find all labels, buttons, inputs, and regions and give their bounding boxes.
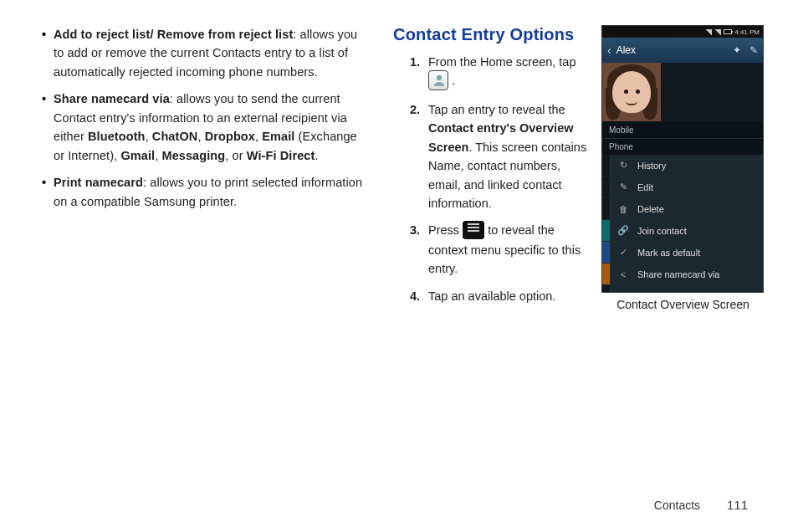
menu-item-edit[interactable]: ✎Edit: [602, 176, 763, 198]
signal-icon: [714, 29, 721, 35]
contacts-app-icon: [428, 70, 448, 90]
step-number: 1.: [410, 53, 420, 71]
bullet-title: Share namecard via: [54, 92, 170, 105]
status-time: 4:41 PM: [734, 28, 760, 36]
footer-page-number: 111: [727, 498, 748, 512]
menu-item-reject[interactable]: ⊘Add to reject list: [602, 285, 763, 293]
tab-bar: Mobile: [602, 121, 763, 138]
reject-icon: ⊘: [617, 290, 629, 293]
bullet-reject-list: Add to reject list/ Remove from reject l…: [42, 25, 368, 81]
bullet-title: Add to reject list/ Remove from reject l…: [54, 28, 293, 41]
right-text-column: Contact Entry Options 1. From the Home s…: [393, 25, 589, 314]
context-menu: ↻History ✎Edit 🗑Delete 🔗Join contact ✓Ma…: [602, 155, 763, 293]
menu-item-join[interactable]: 🔗Join contact: [602, 220, 763, 242]
step-number: 2.: [410, 100, 420, 119]
menu-item-share[interactable]: <Share namecard via: [602, 263, 763, 285]
left-column: Add to reject list/ Remove from reject l…: [33, 25, 368, 314]
check-icon: ✓: [617, 247, 629, 258]
bullet-title: Print namecard: [54, 176, 143, 189]
share-icon: <: [617, 269, 629, 279]
tab-mobile[interactable]: Mobile: [602, 125, 640, 135]
menu-hardkey-icon: [463, 221, 484, 239]
signal-icon: [705, 29, 712, 35]
step-number: 3.: [410, 221, 420, 239]
bullet-print-namecard: Print namecard: allows you to print sele…: [42, 173, 368, 211]
tab-phone[interactable]: Phone: [602, 142, 640, 151]
tab-bar-2: Phone: [602, 138, 763, 155]
step-number: 4.: [410, 287, 420, 305]
edit-pencil-icon[interactable]: ✎: [749, 44, 758, 56]
opt-gmail: Gmail: [120, 149, 155, 162]
opt-email: Email: [262, 130, 294, 143]
status-bar: 4:41 PM: [602, 26, 763, 38]
contact-avatar: [602, 63, 661, 121]
step-4: 4. Tap an available option.: [410, 287, 589, 305]
step-2: 2. Tap an entry to reveal the Contact en…: [410, 100, 589, 213]
opt-dropbox: Dropbox: [205, 130, 255, 143]
step-3: 3. Press to reveal the context menu spec…: [410, 221, 589, 278]
menu-item-default[interactable]: ✓Mark as default: [602, 242, 763, 263]
bullet-share-namecard: Share namecard via: allows you to send t…: [42, 90, 368, 165]
edit-icon: ✎: [617, 182, 629, 192]
title-bar: ‹ Alex ✦ ✎: [602, 38, 763, 63]
back-chevron-icon[interactable]: ‹: [607, 43, 611, 57]
menu-item-history[interactable]: ↻History: [602, 155, 763, 176]
star-icon[interactable]: ✦: [733, 44, 741, 56]
opt-messaging: Messaging: [161, 149, 225, 162]
history-icon: ↻: [617, 160, 629, 171]
footer-section: Contacts: [654, 499, 700, 512]
screenshot-caption: Contact Overview Screen: [601, 298, 765, 311]
section-title: Contact Entry Options: [393, 25, 589, 44]
menu-item-delete[interactable]: 🗑Delete: [602, 198, 763, 220]
opt-bluetooth: Bluetooth: [88, 130, 146, 143]
svg-point-0: [437, 74, 442, 79]
page-footer: Contacts 111: [654, 498, 748, 512]
battery-icon: [724, 29, 732, 34]
step-1: 1. From the Home screen, tap .: [410, 53, 589, 92]
contact-title: Alex: [616, 44, 636, 56]
phone-screenshot: 4:41 PM ‹ Alex ✦ ✎: [601, 25, 764, 293]
join-icon: 🔗: [617, 225, 629, 236]
opt-chaton: ChatON: [152, 130, 198, 143]
delete-icon: 🗑: [617, 204, 629, 214]
phone-screenshot-column: 4:41 PM ‹ Alex ✦ ✎: [601, 25, 765, 314]
opt-wifi-direct: Wi-Fi Direct: [247, 149, 315, 162]
